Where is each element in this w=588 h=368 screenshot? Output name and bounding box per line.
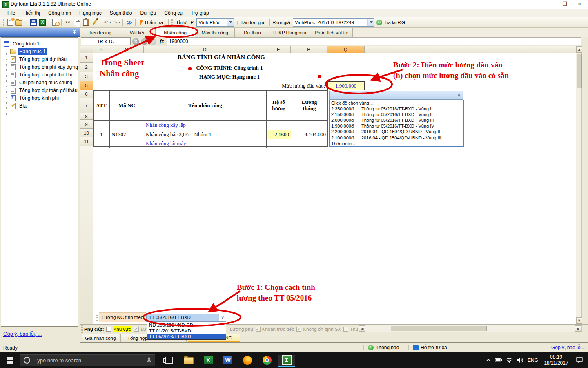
khong-on-dinh-label[interactable]: Không ổn định SX [303, 327, 341, 332]
menu-hien-thi[interactable]: Hiển thị [19, 10, 44, 16]
vertical-scroll-thumb[interactable] [577, 54, 582, 88]
eta-app-taskbar-icon[interactable]: Σ [278, 355, 295, 367]
language-indicator[interactable]: ENG [526, 352, 540, 368]
export-excel-button[interactable]: X [38, 18, 47, 27]
row-header-6[interactable]: 6 [80, 90, 93, 98]
salary-method-combobox[interactable]: TT 05/2016/TT-BXD ∨ [146, 313, 226, 322]
tham-tra-button[interactable]: Thẩm tra [138, 18, 166, 27]
word-taskbar-icon[interactable]: W [220, 355, 236, 366]
status-remote-support[interactable]: ↔ Hỗ trợ từ xa [408, 345, 447, 350]
formula-input[interactable]: 1900000 [167, 37, 581, 45]
action-center-icon[interactable] [573, 352, 586, 368]
cell-he-so[interactable]: 2,1600 [267, 130, 291, 139]
cancel-entry-icon[interactable]: ✕ [132, 38, 139, 45]
horizontal-scrollbar[interactable]: ◀ ▶ [359, 325, 582, 332]
luu-checkbox[interactable] [134, 327, 139, 332]
pin-icon[interactable] [72, 30, 77, 35]
scroll-left-icon[interactable]: ◀ [359, 325, 365, 332]
khu-vuc-label[interactable]: Khu vực [113, 326, 132, 332]
group-row-xay-lap[interactable]: Nhân công xây lắp [144, 121, 267, 130]
don-gia-select[interactable]: VinhPhuc_2017LD_DG2249 [293, 18, 374, 27]
region-option[interactable]: 2.150.000đThông tư 05/2016/TT-BXD - Vùng… [330, 112, 463, 117]
vertical-scrollbar[interactable]: ▲ ▼ [576, 46, 582, 324]
salary-option-tt05[interactable]: TT 05/2016/TT-BXD [147, 334, 226, 339]
salary-option-tt01[interactable]: TT 01/2015/TT-BXD [147, 328, 226, 334]
menu-cong-cu[interactable]: Công cụ [160, 10, 187, 16]
cell-stt[interactable]: 1 [94, 130, 110, 139]
horizontal-scroll-thumb[interactable] [391, 326, 487, 331]
tree-item-chi-phi-xd[interactable]: Tổng hợp chi phí xây dựng [10, 63, 78, 71]
row-header-11[interactable]: 11 [80, 137, 93, 146]
row-header-2[interactable]: 2 [80, 63, 93, 72]
col-header-p[interactable]: P [291, 46, 327, 53]
menu-tro-giup[interactable]: Trợ giúp [187, 10, 213, 16]
cell-luong-thang[interactable]: 4.104.000 [291, 130, 327, 139]
confirm-entry-icon[interactable]: ✓ [141, 38, 148, 45]
col-header-c[interactable]: C [109, 46, 144, 53]
undo-button[interactable]: ↶▾ [103, 18, 111, 27]
row-header-5[interactable]: 5 [80, 81, 93, 90]
tab-may-thi-cong[interactable]: Máy thi công [195, 28, 235, 37]
menu-du-lieu[interactable]: Dữ liệu [136, 10, 160, 16]
print-preview-button[interactable] [51, 18, 59, 27]
khong-on-dinh-checkbox[interactable] [296, 327, 301, 332]
region-option[interactable]: 2.350.000đThông tư 05/2016/TT-BXD - Vùng… [330, 106, 463, 112]
luong-phu-label[interactable]: Lương phụ [230, 327, 253, 332]
region-option[interactable]: 1.900.000đThông tư 05/2016/TT-BXD - Vùng… [330, 123, 463, 129]
tree-root[interactable]: Công trình 1 [3, 40, 41, 47]
tinh-tp-select[interactable]: Vĩnh Phúc [196, 18, 234, 27]
start-button[interactable] [2, 355, 18, 366]
open-file-button[interactable]: ▾ [15, 18, 25, 27]
tab-tien-luong[interactable]: Tiền lượng [80, 28, 120, 37]
firefox-icon[interactable] [239, 355, 256, 366]
taskbar-search[interactable]: Type here to search [20, 354, 155, 366]
menu-cong-trinh[interactable]: Công trình [44, 10, 75, 16]
close-button[interactable]: × [572, 0, 586, 9]
cut-button[interactable]: ✂ [64, 18, 72, 27]
scroll-down-icon[interactable]: ▼ [576, 317, 582, 324]
region-combobox[interactable]: ∨ [329, 91, 463, 100]
run-button[interactable]: ≫ [125, 18, 133, 27]
tai-don-gia-button[interactable]: ↓ Tải đơn giá [234, 18, 267, 27]
row-header-1[interactable]: 1 [80, 53, 93, 63]
chrome-icon[interactable] [259, 355, 275, 366]
region-option[interactable]: 2.000.000đThông tư 05/2016/TT-BXD - Vùng… [330, 117, 463, 123]
tree-item-gia-du-thau[interactable]: Tổng hợp giá dự thầu [10, 56, 68, 63]
row-header-9[interactable]: 9 [80, 120, 93, 129]
save-button[interactable] [29, 18, 38, 27]
tab-thkp-hang-muc[interactable]: THKP Hạng mục [270, 28, 310, 37]
tray-chevron-icon[interactable] [483, 352, 493, 368]
new-file-button[interactable] [6, 18, 14, 27]
salary-input-cell[interactable]: 1.900.000 [327, 81, 365, 90]
select-all-corner[interactable] [80, 46, 93, 53]
tree-item-chi-phi-tb[interactable]: Tổng hợp chi phí thiết bị [10, 71, 73, 79]
row-header-8[interactable]: 8 [80, 113, 93, 120]
menu-hang-muc[interactable]: Hạng mục [75, 10, 106, 16]
insert-function-icon[interactable]: – [149, 38, 156, 45]
taskbar-clock[interactable]: 08:19 18/11/2017 [541, 352, 572, 368]
tab-vat-lieu[interactable]: Vật liệu [120, 28, 156, 37]
maximize-button[interactable]: ❐ [558, 0, 572, 9]
region-option-prompt[interactable]: Click để chọn vùng... [330, 100, 463, 106]
tab-phan-tich-vat-tu[interactable]: Phân tích vật tư [310, 28, 353, 37]
region-option[interactable]: 2.200.000đ2016.04 - QĐ 1504/QĐ-UBND - Vù… [330, 129, 463, 135]
khoan-truc-tiep-label[interactable]: Khoán trực tiếp [262, 327, 294, 332]
col-header-f[interactable]: F [266, 46, 291, 53]
cell-ma-nc[interactable]: N1307 [110, 130, 144, 139]
tab-nhan-cong[interactable]: Nhân công [155, 28, 195, 37]
feedback-link[interactable]: Góp ý, báo lỗi, ... [3, 331, 42, 337]
scroll-up-icon[interactable]: ▲ [576, 46, 582, 53]
group-row-lai-may[interactable]: Nhân công lái máy [144, 139, 267, 148]
status-notify[interactable]: ↻ Thông báo [363, 345, 399, 350]
row-header-7[interactable]: 7 [80, 98, 93, 113]
file-explorer-icon[interactable] [180, 355, 197, 366]
minimize-button[interactable]: – [543, 0, 557, 9]
cell-name-box[interactable]: 1R x 1C [81, 37, 131, 45]
tree-item-hang-muc[interactable]: Hạng mục 1 [10, 48, 47, 55]
cell-ten-nc[interactable]: Nhân công bậc 3,0/7 - Nhóm 1 [144, 130, 267, 139]
tree-item-goi-thau[interactable]: Tổng hợp dự toán gói thầu [10, 87, 78, 94]
copy-button[interactable] [73, 18, 81, 27]
paste-button[interactable] [82, 18, 90, 27]
tree-item-kinh-phi[interactable]: Tổng hợp kinh phí [10, 94, 60, 102]
mic-icon[interactable] [147, 357, 151, 364]
